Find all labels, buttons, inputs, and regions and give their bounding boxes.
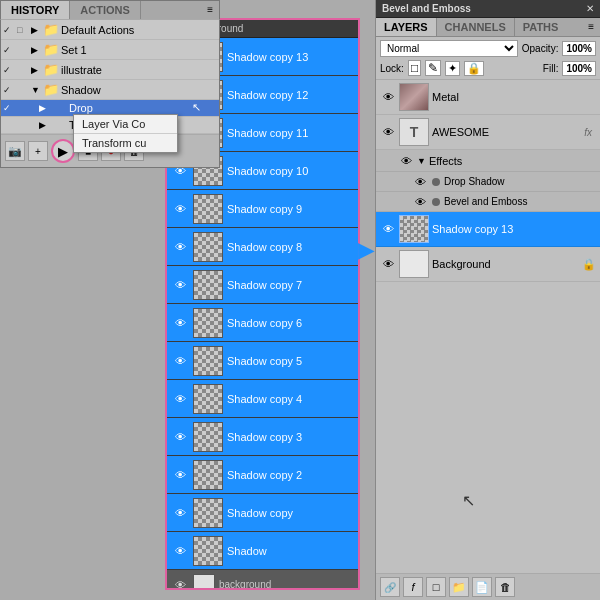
- opacity-label: Opacity:: [522, 43, 559, 54]
- eye-icon: 👁: [171, 393, 189, 405]
- arrow-indicator: ▶: [358, 238, 373, 262]
- eye-icon: 👁: [380, 258, 396, 270]
- action-row-set1[interactable]: ✓ ▶ 📁 Set 1: [1, 40, 219, 60]
- action-row-drop[interactable]: ✓ ▶ Drop ↖ Layer Via Co Transform cu: [1, 100, 219, 117]
- eye-icon-be: 👁: [412, 196, 428, 208]
- tab-layers[interactable]: LAYERS: [376, 18, 437, 36]
- expand-illustrate[interactable]: ▶: [31, 65, 43, 75]
- play-btn[interactable]: ▶: [51, 139, 75, 163]
- list-item[interactable]: 👁 Shadow copy 4: [167, 380, 358, 418]
- action-label-shadow: Shadow: [61, 84, 101, 96]
- add-mask-btn[interactable]: □: [426, 577, 446, 597]
- bevel-label: Bevel and Emboss: [444, 196, 527, 207]
- layer-thumb: [193, 194, 223, 224]
- layer-name-bg: background: [219, 579, 271, 588]
- new-action-btn[interactable]: +: [28, 141, 48, 161]
- effects-group: 👁 ▼ Effects 👁 Drop Shadow 👁 Bevel and Em…: [376, 150, 600, 212]
- layer-thumb: [193, 498, 223, 528]
- lock-icon: 🔒: [582, 258, 596, 271]
- effects-expand[interactable]: ▼: [417, 156, 426, 166]
- history-tab[interactable]: HISTORY: [1, 1, 70, 19]
- lock-move-icon[interactable]: ✦: [445, 61, 460, 76]
- expand-transform[interactable]: ▶: [39, 120, 51, 130]
- effect-dot-be: [432, 198, 440, 206]
- list-item[interactable]: 👁 Shadow copy 3: [167, 418, 358, 456]
- eye-icon: 👁: [171, 579, 189, 589]
- list-item[interactable]: 👁 Shadow copy 8: [167, 228, 358, 266]
- fill-value[interactable]: 100%: [562, 61, 596, 76]
- list-item[interactable]: 👁 Shadow copy 6: [167, 304, 358, 342]
- check-illustrate: ✓: [3, 65, 17, 75]
- panel-menu-icon[interactable]: ≡: [201, 1, 219, 19]
- add-style-btn[interactable]: f: [403, 577, 423, 597]
- expand-set1[interactable]: ▶: [31, 45, 43, 55]
- delete-layer-btn[interactable]: 🗑: [495, 577, 515, 597]
- layer-name: Shadow copy 8: [227, 241, 302, 253]
- list-item[interactable]: 👁 Shadow copy 5: [167, 342, 358, 380]
- new-group-btn[interactable]: 📁: [449, 577, 469, 597]
- layer-entry-metal[interactable]: 👁 Metal: [376, 80, 600, 115]
- panel-title: Bevel and Emboss: [382, 3, 471, 14]
- new-layer-btn[interactable]: 📄: [472, 577, 492, 597]
- layer-name-shadow13: Shadow copy 13: [432, 223, 596, 235]
- expand-drop[interactable]: ▶: [39, 103, 51, 113]
- check-default: ✓: [3, 25, 17, 35]
- list-item[interactable]: 👁 Shadow: [167, 532, 358, 570]
- layers-panel: Bevel and Emboss ✕ LAYERS CHANNELS PATHS…: [375, 0, 600, 600]
- layer-name: Shadow copy 9: [227, 203, 302, 215]
- list-item-background[interactable]: 👁 background: [167, 570, 358, 588]
- sub-effect-dropshadow[interactable]: 👁 Drop Shadow: [376, 172, 600, 192]
- eye-icon: 👁: [171, 279, 189, 291]
- action-label-set1: Set 1: [61, 44, 87, 56]
- action-row-illustrate[interactable]: ✓ ▶ 📁 illustrate: [1, 60, 219, 80]
- tab-channels[interactable]: CHANNELS: [437, 18, 515, 36]
- layer-name: Shadow copy 7: [227, 279, 302, 291]
- layers-controls: Normal Multiply Screen Opacity: 100% Loc…: [376, 37, 600, 80]
- opacity-value[interactable]: 100%: [562, 41, 596, 56]
- expand-shadow-open[interactable]: ▼: [31, 85, 43, 95]
- lock-brush-icon[interactable]: ✎: [425, 60, 441, 76]
- folder-icon-shadow: 📁: [43, 82, 61, 97]
- layer-name: Shadow copy: [227, 507, 293, 519]
- list-item[interactable]: 👁 Shadow copy: [167, 494, 358, 532]
- lock-all-icon[interactable]: 🔒: [464, 61, 484, 76]
- shadow13-thumb: [399, 215, 429, 243]
- new-snapshot-btn[interactable]: 📷: [5, 141, 25, 161]
- layer-name: Shadow copy 10: [227, 165, 308, 177]
- layer-thumb: [193, 422, 223, 452]
- dropshadow-label: Drop Shadow: [444, 176, 505, 187]
- metal-thumb: [399, 83, 429, 111]
- layer-entry-background[interactable]: 👁 Background 🔒: [376, 247, 600, 282]
- context-menu-item-via[interactable]: Layer Via Co: [74, 115, 177, 133]
- eye-icon: 👁: [171, 203, 189, 215]
- panel-menu-btn[interactable]: ≡: [582, 18, 600, 36]
- list-item[interactable]: 👁 Shadow copy 7: [167, 266, 358, 304]
- layer-entry-awesome[interactable]: 👁 T AWESOME fx: [376, 115, 600, 150]
- expand-default[interactable]: ▶: [31, 25, 43, 35]
- action-label-illustrate: illustrate: [61, 64, 102, 76]
- eye-icon: 👁: [171, 507, 189, 519]
- effects-header[interactable]: 👁 ▼ Effects: [376, 150, 600, 172]
- link-layers-btn[interactable]: 🔗: [380, 577, 400, 597]
- check-set1: ✓: [3, 45, 17, 55]
- action-label-drop: Drop: [69, 102, 93, 114]
- list-item[interactable]: 👁 Shadow copy 9: [167, 190, 358, 228]
- folder-icon: 📁: [43, 22, 61, 37]
- context-menu-item-transform[interactable]: Transform cu: [74, 133, 177, 152]
- list-item[interactable]: 👁 Shadow copy 2: [167, 456, 358, 494]
- actions-tab[interactable]: ACTIONS: [70, 1, 140, 19]
- effect-dot-ds: [432, 178, 440, 186]
- action-row-shadow[interactable]: ✓ ▼ 📁 Shadow: [1, 80, 219, 100]
- layer-name: Shadow copy 13: [227, 51, 308, 63]
- sub-effect-bevele[interactable]: 👁 Bevel and Emboss: [376, 192, 600, 212]
- blend-mode-select[interactable]: Normal Multiply Screen: [380, 40, 518, 57]
- eye-icon: 👁: [171, 241, 189, 253]
- lock-transparent-icon[interactable]: □: [408, 60, 421, 76]
- text-thumb: T: [399, 118, 429, 146]
- action-row-default[interactable]: ✓ □ ▶ 📁 Default Actions: [1, 20, 219, 40]
- tab-paths[interactable]: PATHS: [515, 18, 567, 36]
- eye-icon: 👁: [380, 91, 396, 103]
- panel-close-icon[interactable]: ✕: [586, 3, 594, 14]
- layer-entry-shadow13[interactable]: 👁 Shadow copy 13: [376, 212, 600, 247]
- layer-thumb: [193, 346, 223, 376]
